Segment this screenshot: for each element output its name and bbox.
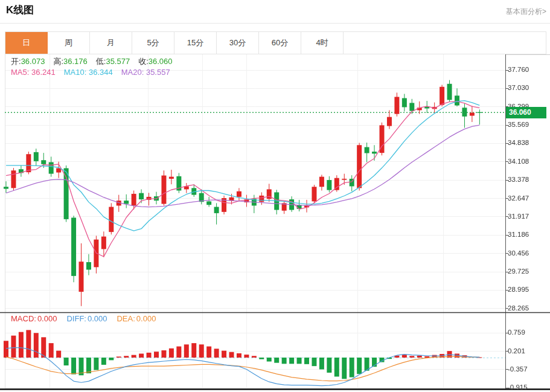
price-axis-label: 30.456 xyxy=(508,249,548,257)
tab-4hour[interactable]: 4时 xyxy=(301,32,344,54)
title-divider xyxy=(0,23,550,24)
price-axis-label: 28.265 xyxy=(508,304,548,312)
tab-60min[interactable]: 60分 xyxy=(259,32,301,54)
high-value: 高:36.176 xyxy=(53,57,87,66)
fundamental-analysis-link[interactable]: 基本面分析> xyxy=(506,7,546,17)
tab-15min[interactable]: 15分 xyxy=(174,32,217,54)
page-title: K线图 xyxy=(6,3,34,17)
low-value: 低:35.577 xyxy=(96,57,130,66)
price-axis-label: 28.995 xyxy=(508,286,548,294)
tab-day[interactable]: 日 xyxy=(5,32,48,54)
kline-page: K线图 基本面分析> 日 周 月 5分 15分 30分 60分 4时 开:36.… xyxy=(0,0,550,392)
price-axis-label: 34.838 xyxy=(508,139,548,147)
interval-tabbar: 日 周 月 5分 15分 30分 60分 4时 xyxy=(5,31,546,54)
price-axis-label: 34.108 xyxy=(508,158,548,165)
price-axis-label: 37.030 xyxy=(508,84,548,92)
close-value: 收:36.060 xyxy=(138,57,172,66)
price-axis-label: 31.186 xyxy=(508,231,548,239)
macd-axis-label: -0.915 xyxy=(508,384,548,391)
tab-month[interactable]: 月 xyxy=(90,32,132,54)
macd-info-row: MACD:0.000DIFF:0.000DEA:0.000 xyxy=(11,314,165,323)
price-axis-label: 31.917 xyxy=(508,213,548,220)
ma20-value: MA20: 35.557 xyxy=(121,68,170,77)
macd-axis-label: 0.201 xyxy=(508,347,548,355)
macd-axis-label: -0.357 xyxy=(508,365,548,373)
tab-5min[interactable]: 5分 xyxy=(132,32,174,54)
price-axis-label: 35.569 xyxy=(508,121,548,129)
current-price-tag: 36.060 xyxy=(506,107,546,118)
ma5-value: MA5: 36.241 xyxy=(11,68,56,77)
macd-value: MACD:0.000 xyxy=(11,314,57,323)
price-axis-label: 37.760 xyxy=(508,66,548,74)
price-axis-label: 33.378 xyxy=(508,176,548,184)
ohlc-info-row: 开:36.073高:36.176低:35.577收:36.060 xyxy=(11,56,181,67)
open-value: 开:36.073 xyxy=(11,57,45,66)
dea-value: DEA:0.000 xyxy=(117,314,156,323)
price-axis-label: 29.725 xyxy=(508,268,548,275)
tab-week[interactable]: 周 xyxy=(48,32,90,54)
ma-info-row: MA5: 36.241MA10: 36.344MA20: 35.557 xyxy=(11,68,179,77)
tab-30min[interactable]: 30分 xyxy=(217,32,259,54)
ma10-value: MA10: 36.344 xyxy=(64,68,113,77)
macd-axis-label: 0.759 xyxy=(508,329,548,336)
price-axis-label: 32.647 xyxy=(508,194,548,202)
diff-value: DIFF:0.000 xyxy=(66,314,107,323)
